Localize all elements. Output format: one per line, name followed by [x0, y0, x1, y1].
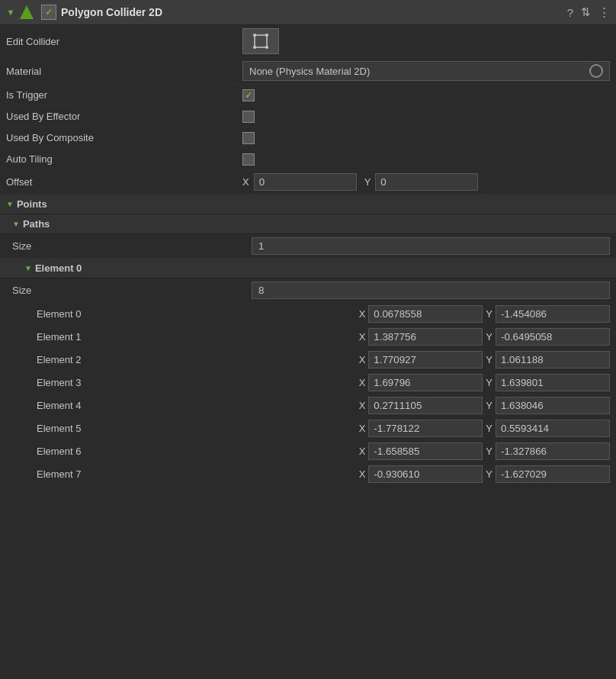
x-label: X — [359, 331, 366, 343]
x-label: X — [359, 468, 366, 480]
auto-tiling-value — [242, 153, 610, 166]
used-by-effector-checkbox[interactable] — [242, 111, 255, 123]
offset-y-input[interactable] — [375, 173, 478, 191]
xy-fields: X Y — [359, 328, 610, 346]
svg-point-4 — [265, 46, 268, 49]
element-label: Element 0 — [37, 308, 136, 320]
x-input[interactable] — [368, 305, 483, 323]
material-picker-icon[interactable] — [589, 64, 603, 78]
y-label: Y — [486, 468, 492, 480]
enable-checkbox[interactable]: ✓ — [41, 5, 56, 20]
used-by-effector-label: Used By Effector — [6, 111, 242, 122]
paths-size-input[interactable] — [252, 237, 610, 255]
element-label: Element 7 — [37, 468, 136, 480]
is-trigger-checkbox[interactable] — [242, 89, 255, 101]
offset-x-input[interactable] — [254, 173, 357, 191]
material-row: Material None (Physics Material 2D) — [0, 58, 616, 85]
x-input[interactable] — [368, 351, 483, 368]
element-row: Element 2 X Y — [0, 349, 616, 372]
paths-section-header[interactable]: ▼ Paths — [0, 214, 616, 234]
y-input[interactable] — [496, 374, 610, 391]
element-row: Element 6 X Y — [0, 440, 616, 463]
element-row: Element 3 X Y — [0, 372, 616, 394]
offset-label: Offset — [6, 176, 242, 188]
x-input[interactable] — [368, 465, 483, 483]
y-label: Y — [486, 446, 492, 457]
points-section-header[interactable]: ▼ Points — [0, 195, 616, 214]
element-label: Element 1 — [37, 331, 136, 343]
elements-container: Element 0 X Y Element 1 X Y Element 2 X … — [0, 303, 616, 486]
y-input[interactable] — [496, 442, 610, 460]
element0-label: Element 0 — [35, 262, 82, 274]
x-input[interactable] — [368, 374, 483, 391]
presets-button[interactable]: ⇅ — [581, 5, 591, 19]
y-input[interactable] — [496, 328, 610, 346]
used-by-composite-row: Used By Composite — [0, 127, 616, 149]
x-input[interactable] — [368, 328, 483, 346]
used-by-composite-checkbox[interactable] — [242, 132, 255, 144]
element0-size-input[interactable] — [252, 282, 610, 299]
edit-collider-label: Edit Collider — [6, 36, 242, 47]
material-value: None (Physics Material 2D) — [242, 61, 610, 81]
material-text: None (Physics Material 2D) — [249, 66, 370, 77]
y-label: Y — [486, 423, 492, 434]
points-label: Points — [17, 198, 47, 210]
used-by-composite-label: Used By Composite — [6, 132, 242, 143]
offset-coord-pair: X Y — [242, 173, 610, 191]
used-by-effector-value — [242, 111, 610, 123]
used-by-effector-row: Used By Effector — [0, 106, 616, 127]
x-label: X — [359, 308, 366, 320]
help-button[interactable]: ? — [567, 6, 573, 19]
auto-tiling-row: Auto Tiling — [0, 149, 616, 170]
y-input[interactable] — [496, 305, 610, 323]
svg-point-1 — [253, 34, 256, 37]
edit-collider-value — [242, 28, 610, 54]
edit-collider-button[interactable] — [242, 28, 279, 54]
xy-fields: X Y — [359, 305, 610, 323]
points-fold-icon: ▼ — [6, 200, 14, 208]
element0-fold-icon: ▼ — [24, 264, 32, 272]
element-label: Element 6 — [37, 446, 136, 457]
y-input[interactable] — [496, 351, 610, 368]
y-input[interactable] — [496, 397, 610, 414]
offset-value: X Y — [242, 173, 610, 191]
polygon-collider-icon — [20, 5, 34, 19]
is-trigger-value — [242, 89, 610, 101]
element-label: Element 3 — [37, 377, 136, 388]
element-row: Element 1 X Y — [0, 326, 616, 349]
more-options-button[interactable]: ⋮ — [598, 5, 610, 19]
x-input[interactable] — [368, 420, 483, 437]
element-row: Element 4 X Y — [0, 394, 616, 417]
paths-size-label: Size — [6, 240, 31, 252]
x-input[interactable] — [368, 397, 483, 414]
offset-row: Offset X Y — [0, 170, 616, 195]
component-header: ▼ ✓ Polygon Collider 2D ? ⇅ ⋮ — [0, 0, 616, 25]
xy-fields: X Y — [359, 442, 610, 460]
offset-x-label: X — [242, 176, 249, 188]
paths-fold-icon: ▼ — [12, 220, 20, 228]
svg-point-2 — [265, 34, 268, 37]
svg-rect-0 — [255, 35, 267, 47]
element0-section-header[interactable]: ▼ Element 0 — [0, 259, 616, 278]
xy-fields: X Y — [359, 374, 610, 391]
header-icons: ? ⇅ ⋮ — [567, 5, 610, 19]
element-row: Element 7 X Y — [0, 463, 616, 486]
y-input[interactable] — [496, 420, 610, 437]
xy-fields: X Y — [359, 351, 610, 368]
element0-size-label: Size — [6, 285, 31, 296]
xy-fields: X Y — [359, 465, 610, 483]
xy-fields: X Y — [359, 397, 610, 414]
x-label: X — [359, 446, 366, 457]
y-input[interactable] — [496, 465, 610, 483]
collapse-triangle-icon[interactable]: ▼ — [6, 8, 15, 17]
used-by-composite-value — [242, 132, 610, 144]
material-field[interactable]: None (Physics Material 2D) — [242, 61, 610, 81]
y-label: Y — [486, 354, 492, 365]
paths-label: Paths — [23, 218, 50, 230]
element-label: Element 5 — [37, 423, 136, 434]
x-input[interactable] — [368, 442, 483, 460]
y-label: Y — [486, 377, 492, 388]
is-trigger-label: Is Trigger — [6, 89, 242, 101]
auto-tiling-checkbox[interactable] — [242, 153, 255, 166]
element-label: Element 2 — [37, 354, 136, 365]
